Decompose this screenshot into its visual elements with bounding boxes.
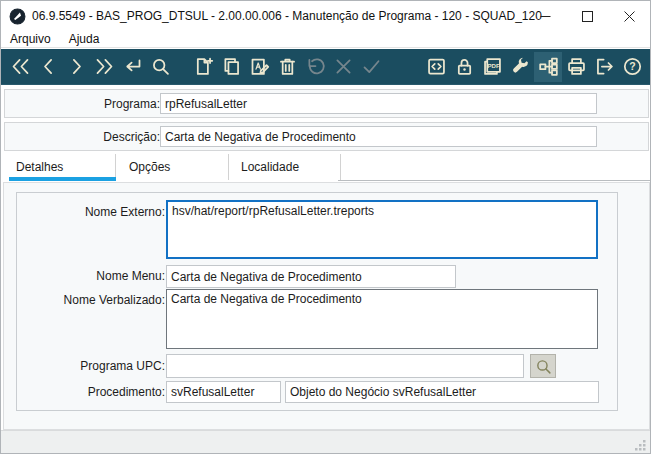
app-logo-icon xyxy=(9,8,26,25)
pdf-export-button[interactable]: PDF xyxy=(478,52,506,82)
tab-bar-baseline xyxy=(338,180,650,181)
go-enter-icon xyxy=(122,56,143,77)
status-bar xyxy=(1,430,650,454)
detalhes-form-groupbox: Nome Externo: hsv/hat/report/rpRefusalLe… xyxy=(16,192,618,411)
nome-menu-input[interactable] xyxy=(166,265,456,288)
cancel-x-icon xyxy=(333,56,354,77)
descricao-label: Descrição: xyxy=(15,130,160,144)
delete-record-button[interactable] xyxy=(273,52,301,82)
search-icon xyxy=(535,358,552,375)
previous-record-button[interactable] xyxy=(34,52,62,82)
first-record-icon xyxy=(10,56,31,77)
programa-upc-label: Programa UPC: xyxy=(17,359,165,373)
search-icon xyxy=(150,56,171,77)
resize-grip[interactable] xyxy=(634,439,647,452)
search-button[interactable] xyxy=(146,52,174,82)
help-button[interactable]: ? xyxy=(618,52,646,82)
go-button[interactable] xyxy=(118,52,146,82)
menu-arquivo[interactable]: Arquivo xyxy=(1,31,60,47)
toolbar: PDF ? xyxy=(1,49,650,85)
maximize-button[interactable] xyxy=(566,1,608,31)
edit-record-button[interactable] xyxy=(245,52,273,82)
menu-bar: Arquivo Ajuda xyxy=(1,31,650,48)
nome-externo-textarea[interactable]: hsv/hat/report/rpRefusalLetter.treports xyxy=(166,200,598,259)
new-record-button[interactable] xyxy=(189,52,217,82)
lock-icon xyxy=(454,56,475,77)
procedimento-input[interactable] xyxy=(166,381,281,403)
help-icon: ? xyxy=(622,56,643,77)
copy-icon xyxy=(221,56,242,77)
tab-localidade[interactable]: Localidade xyxy=(229,154,341,180)
nome-menu-label: Nome Menu: xyxy=(17,269,165,283)
last-record-icon xyxy=(94,56,115,77)
maximize-icon xyxy=(582,11,593,22)
confirm-check-icon xyxy=(361,56,382,77)
next-record-button[interactable] xyxy=(62,52,90,82)
cancel-button[interactable] xyxy=(329,52,357,82)
tab-bar: Detalhes Opções Localidade xyxy=(1,151,650,182)
programa-upc-input[interactable] xyxy=(166,354,524,378)
printer-icon xyxy=(566,56,587,77)
programa-label: Programa: xyxy=(15,97,160,111)
minimize-icon xyxy=(540,11,551,22)
last-record-button[interactable] xyxy=(90,52,118,82)
programa-groupbox: Programa: xyxy=(4,89,649,118)
pdf-label: PDF xyxy=(487,62,499,69)
detalhes-tab-page: Nome Externo: hsv/hat/report/rpRefusalLe… xyxy=(3,182,650,430)
title-bar: 06.9.5549 - BAS_PROG_DTSUL - 2.00.00.006… xyxy=(1,1,650,31)
new-document-icon xyxy=(193,56,214,77)
wrench-icon xyxy=(510,56,531,77)
close-icon xyxy=(624,11,635,22)
undo-button[interactable] xyxy=(301,52,329,82)
tools-button[interactable] xyxy=(506,52,534,82)
program-tree-button[interactable] xyxy=(534,52,562,82)
undo-icon xyxy=(305,56,326,77)
code-window-icon xyxy=(426,56,447,77)
code-window-button[interactable] xyxy=(422,52,450,82)
pdf-icon: PDF xyxy=(482,56,503,77)
tab-opcoes[interactable]: Opções xyxy=(117,154,229,180)
trash-icon xyxy=(277,56,298,77)
nome-verbalizado-label: Nome Verbalizado: xyxy=(17,293,165,307)
application-window: 06.9.5549 - BAS_PROG_DTSUL - 2.00.00.006… xyxy=(0,0,651,454)
edit-document-icon xyxy=(249,56,270,77)
nome-verbalizado-textarea[interactable]: Carta de Negativa de Procedimento xyxy=(166,289,598,349)
close-button[interactable] xyxy=(608,1,650,31)
hierarchy-tree-icon xyxy=(538,56,559,77)
lock-button[interactable] xyxy=(450,52,478,82)
confirm-button[interactable] xyxy=(357,52,385,82)
window-title: 06.9.5549 - BAS_PROG_DTSUL - 2.00.00.006… xyxy=(32,9,542,23)
print-button[interactable] xyxy=(562,52,590,82)
copy-record-button[interactable] xyxy=(217,52,245,82)
programa-upc-search-button[interactable] xyxy=(530,354,556,378)
descricao-groupbox: Descrição: xyxy=(4,122,649,151)
active-tab-underline xyxy=(9,177,116,181)
exit-icon xyxy=(594,56,615,77)
help-question-glyph: ? xyxy=(629,60,635,72)
first-record-button[interactable] xyxy=(6,52,34,82)
next-record-icon xyxy=(66,56,87,77)
exit-button[interactable] xyxy=(590,52,618,82)
nome-externo-label: Nome Externo: xyxy=(17,205,165,219)
menu-ajuda[interactable]: Ajuda xyxy=(60,31,109,47)
minimize-button[interactable] xyxy=(524,1,566,31)
previous-record-icon xyxy=(38,56,59,77)
programa-input[interactable] xyxy=(160,93,597,114)
procedimento-description-input[interactable] xyxy=(285,381,599,403)
descricao-input[interactable] xyxy=(160,126,597,147)
procedimento-label: Procedimento: xyxy=(17,385,165,399)
